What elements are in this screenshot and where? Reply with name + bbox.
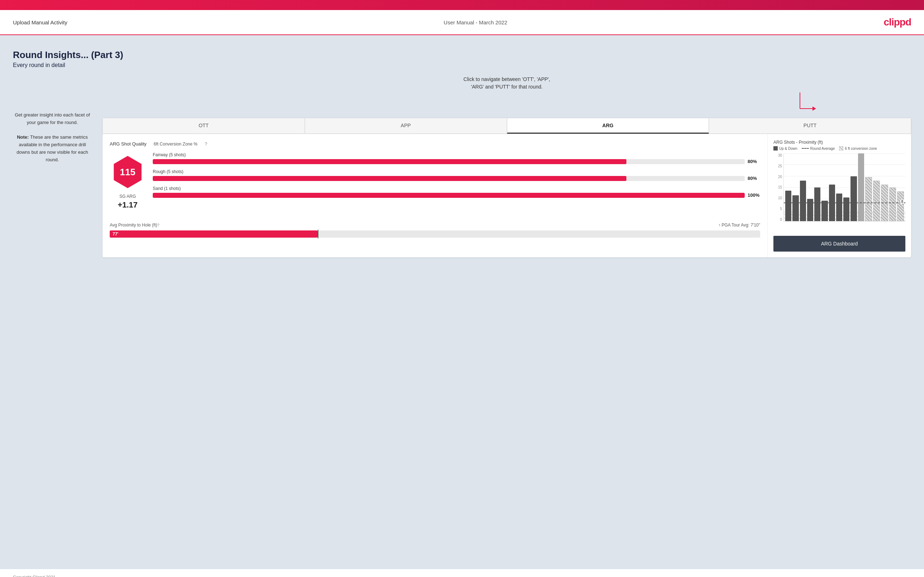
arrow-icon [796,91,818,116]
bar-hatch-1 [865,177,872,221]
bar-fill-sand [153,193,745,198]
legend: Up & Down Round Average 6 ft conversion … [774,146,877,150]
arrow-container [103,91,818,116]
tabs: OTT APP ARG PUTT [103,118,911,134]
hex-sg-container: 115 SG ARG +1.17 [110,152,145,215]
bar-5 [814,187,821,221]
pga-avg: ↑ PGA Tour Avg: 7'10" [718,222,760,227]
bar-3 [800,181,806,221]
bar-track-fairway [153,159,745,164]
proximity-bar-track: 77' [110,230,760,238]
proximity-cursor [318,230,318,239]
hex-badge: 115 [111,156,144,188]
bar-label-fairway: Fairway (5 shots) [153,152,760,157]
legend-conversion: 6 ft conversion zone [839,146,877,150]
tab-putt[interactable]: PUTT [709,118,911,134]
bars-container-left: Fairway (5 shots) 80% Ro [153,152,760,203]
left-section: ARG Shot Quality 6ft Conversion Zone % ?… [103,134,768,257]
proximity-label: Avg Proximity to Hole (ft) [110,222,157,227]
help-icon[interactable]: ? [205,141,207,147]
page-title: Round Insights... (Part 3) [13,50,911,61]
sg-value: +1.17 [110,200,145,210]
top-bar [0,0,924,10]
upload-manual-link[interactable]: Upload Manual Activity [13,19,68,26]
bar-row-sand: Sand (1 shots) 100% [153,186,760,198]
chart-title: ARG Shots - Proximity (ft) [774,140,823,145]
proximity-bar-fill: 77' [110,230,318,238]
bar-2 [792,195,798,221]
conversion-label: 6ft Conversion Zone % [154,142,197,147]
round-avg-line: 8 [784,203,905,203]
bar-row-rough: Rough (5 shots) 80% [153,169,760,181]
legend-box-dark [774,146,778,150]
help-icon-2[interactable]: ? [157,223,159,227]
round-avg-value: 8 [900,200,904,203]
tab-arg[interactable]: ARG [507,118,709,134]
header: Upload Manual Activity User Manual - Mar… [0,10,924,35]
navigate-hint: Click to navigate between 'OTT', 'APP','… [103,76,911,116]
navigate-hint-text: Click to navigate between 'OTT', 'APP','… [103,76,911,91]
main-content: Round Insights... (Part 3) Every round i… [0,35,924,569]
note-label: Note: [17,134,29,140]
bar-track-rough [153,176,745,181]
proximity-value: 77' [113,232,118,237]
bar-row-fairway: Fairway (5 shots) 80% [153,152,760,164]
bar-fill-rough [153,176,627,181]
bar-9 [843,197,850,221]
proximity-section: Avg Proximity to Hole (ft) ? ↑ PGA Tour … [110,222,760,238]
left-panel: Get greater insight into each facet of y… [13,76,92,164]
y-axis: 30 25 20 15 10 5 0 [774,153,783,221]
bar-pct-rough: 80% [748,176,760,181]
annotation-text: Get greater insight into each facet of y… [13,111,92,164]
bar-11 [858,153,864,221]
bar-label-sand: Sand (1 shots) [153,186,760,191]
arg-dashboard-button[interactable]: ARG Dashboard [774,236,905,251]
legend-label-round-avg: Round Average [810,147,835,150]
bar-fill-fairway [153,159,627,164]
bar-pct-fairway: 80% [748,159,760,164]
chart-area: 30 25 20 15 10 5 0 [774,153,905,232]
card-body: ARG Shot Quality 6ft Conversion Zone % ?… [103,134,911,257]
right-section: ARG Shots - Proximity (ft) Up & Down Rou… [768,134,911,257]
legend-dash-line [802,148,809,149]
bars-chart [785,153,904,221]
sg-label: SG ARG [110,194,145,199]
legend-hatch-box [839,146,843,150]
legend-up-down: Up & Down [774,146,798,150]
bar-hatch-2 [873,181,880,221]
bar-8 [836,193,842,221]
legend-label-up-down: Up & Down [779,147,798,150]
bar-label-rough: Rough (5 shots) [153,169,760,174]
copyright: Copyright Clippd 2021 [13,575,56,577]
card: OTT APP ARG PUTT ARG Shot Quality 6ft Co… [103,118,911,257]
layout: Get greater insight into each facet of y… [13,76,911,257]
bar-pct-sand: 100% [748,192,760,198]
hex-value: 115 [120,167,135,178]
bar-6 [821,201,827,221]
footer: Copyright Clippd 2021 [0,569,924,577]
logo: clippd [884,16,911,28]
bar-hatch-4 [889,187,896,221]
chart-plot: 8 [783,153,905,221]
annotation-main: Get greater insight into each facet of y… [15,112,90,125]
page-subtitle: Every round in detail [13,62,911,68]
section-header: ARG Shot Quality 6ft Conversion Zone % ? [110,141,760,147]
arg-shot-quality-label: ARG Shot Quality [110,141,147,147]
legend-label-conversion: 6 ft conversion zone [845,147,877,150]
bar-hatch-5 [897,191,904,221]
legend-round-avg: Round Average [802,147,835,150]
bar-10 [850,176,856,221]
tab-ott[interactable]: OTT [103,118,305,134]
right-area: Click to navigate between 'OTT', 'APP','… [103,76,911,257]
manual-title: User Manual - March 2022 [68,19,884,26]
bar-track-sand [153,193,745,198]
svg-marker-2 [813,106,816,111]
tab-app[interactable]: APP [305,118,507,134]
proximity-header: Avg Proximity to Hole (ft) ? ↑ PGA Tour … [110,222,760,227]
chart-header: ARG Shots - Proximity (ft) Up & Down Rou… [774,140,905,150]
bar-1 [785,191,792,221]
